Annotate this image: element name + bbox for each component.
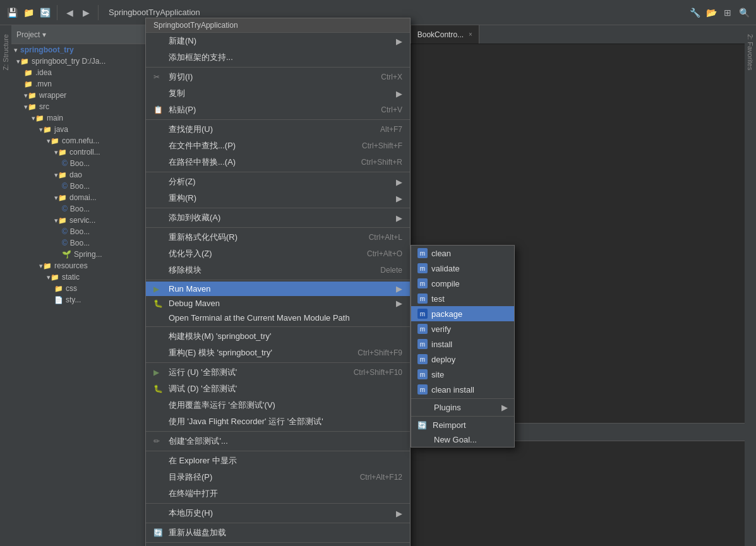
- tree-sty[interactable]: 📄 sty...: [11, 294, 156, 306]
- maven-item-reimport[interactable]: 🔄 Reimport: [411, 418, 514, 432]
- tree-mvn[interactable]: 📁 .mvn: [11, 78, 156, 90]
- tree-book2-label: Boo...: [70, 182, 90, 191]
- tab-bookcontroller[interactable]: BookContro... ×: [411, 25, 479, 44]
- structure-label[interactable]: Z: Structure: [2, 34, 9, 70]
- tree-book3[interactable]: © Boo...: [11, 203, 156, 215]
- run-tests-icon: ▶: [153, 368, 165, 377]
- maven-item-clean-install[interactable]: m clean install: [411, 382, 514, 397]
- maven-item-site[interactable]: m site: [411, 367, 514, 382]
- menu-item-coverage-tests[interactable]: 使用覆盖率运行 '全部测试'(V): [146, 397, 410, 413]
- maven-item-install[interactable]: m install: [411, 336, 514, 352]
- app-title: SpringbootTryApplication: [109, 8, 200, 17]
- menu-item-findusage[interactable]: 查找使用(U) Alt+F7: [146, 121, 410, 138]
- menu-item-optimizeimport[interactable]: 优化导入(Z) Ctrl+Alt+O: [146, 246, 410, 262]
- maven-package-label: package: [431, 309, 462, 319]
- menu-item-run-maven[interactable]: ▶ Run Maven ▶: [146, 282, 410, 296]
- z-structure-strip[interactable]: Z: Structure: [0, 25, 11, 546]
- menu-item-analyze[interactable]: 分析(Z) ▶: [146, 174, 410, 190]
- maven-item-clean[interactable]: m clean: [411, 246, 514, 261]
- maven-item-compile[interactable]: m compile: [411, 276, 514, 291]
- project-header[interactable]: Project ▾: [11, 25, 156, 44]
- tree-root[interactable]: ▾ springboot_try: [11, 44, 156, 56]
- run-maven-icon: ▶: [153, 285, 165, 294]
- menu-item-addfavorite[interactable]: 添加到收藏(A) ▶: [146, 210, 410, 226]
- menu-item-cut[interactable]: ✂ 剪切(I) Ctrl+X: [146, 69, 410, 85]
- search-icon[interactable]: 🔍: [737, 6, 751, 20]
- menu-item-paste[interactable]: 📋 粘贴(P) Ctrl+V: [146, 102, 410, 118]
- menu-item-addframework[interactable]: 添加框架的支持...: [146, 49, 410, 66]
- tree-domain[interactable]: ▾📁 domai...: [11, 192, 156, 203]
- menu-item-removemodule[interactable]: 移除模块 Delete: [146, 262, 410, 278]
- maven-item-test[interactable]: m test: [411, 291, 514, 306]
- tree-controller[interactable]: ▾📁 controll...: [11, 146, 156, 158]
- run-maven-arrow-icon: ▶: [396, 284, 402, 294]
- maven-item-verify[interactable]: m verify: [411, 321, 514, 336]
- tree-css[interactable]: 📁 css: [11, 283, 156, 294]
- maven-install-label: install: [431, 340, 452, 349]
- menu-item-dirpath[interactable]: 目录路径(P) Ctrl+Alt+F12: [146, 469, 410, 485]
- menu-sep-13: [146, 542, 410, 543]
- tree-wrapper[interactable]: ▾📁 wrapper: [11, 90, 156, 101]
- tab-bookcontroller-close[interactable]: ×: [469, 31, 472, 38]
- tree-src[interactable]: ▾📁 src: [11, 101, 156, 112]
- folder2-icon[interactable]: 📂: [704, 6, 718, 20]
- favorites-label[interactable]: 2: Favorites: [747, 34, 754, 70]
- debug-maven-icon: 🐛: [153, 299, 165, 308]
- tree-book1[interactable]: © Boo...: [11, 158, 156, 169]
- menu-item-run-tests[interactable]: ▶ 运行 (U) '全部测试' Ctrl+Shift+F10: [146, 364, 410, 381]
- menu-item-open-terminal-maven[interactable]: Open Terminal at the Current Maven Modul…: [146, 311, 410, 325]
- menu-item-replaceinpath[interactable]: 在路径中替换...(A) Ctrl+Shift+R: [146, 154, 410, 170]
- maven-install-icon: m: [417, 339, 428, 349]
- maven-test-icon: m: [417, 294, 428, 304]
- menu-item-jfr-tests[interactable]: 使用 'Java Flight Recorder' 运行 '全部测试': [146, 413, 410, 430]
- tree-java[interactable]: ▾📁 java: [11, 124, 156, 135]
- menu-item-copy[interactable]: 复制 ▶: [146, 85, 410, 102]
- menu-item-create-tests[interactable]: ✏ 创建'全部测试'...: [146, 433, 410, 449]
- maven-item-newgoal[interactable]: New Goal...: [411, 432, 514, 447]
- tree-service[interactable]: ▾📁 servic...: [11, 215, 156, 226]
- tree-book5[interactable]: © Boo...: [11, 237, 156, 249]
- maven-item-plugins[interactable]: Plugins ▶: [411, 400, 514, 415]
- menu-item-rebuild-module[interactable]: 重构(E) 模块 'springboot_try' Ctrl+Shift+F9: [146, 345, 410, 361]
- menu-item-debug-tests[interactable]: 🐛 调试 (D) '全部测试': [146, 381, 410, 397]
- menu-sep-4: [146, 208, 410, 208]
- forward-icon[interactable]: ▶: [79, 6, 93, 20]
- menu-item-reformat[interactable]: 重新格式化代码(R) Ctrl+Alt+L: [146, 229, 410, 246]
- maven-item-deploy[interactable]: m deploy: [411, 352, 514, 367]
- tree-wrapper-label: wrapper: [39, 91, 66, 100]
- menu-item-refactor[interactable]: 重构(R) ▶: [146, 190, 410, 206]
- save-icon[interactable]: 💾: [5, 6, 19, 20]
- tree-main[interactable]: ▾📁 main: [11, 112, 156, 124]
- reload-icon: 🔄: [153, 528, 165, 537]
- tree-static-label: static: [62, 273, 80, 282]
- project-name: springboot_try: [20, 45, 74, 54]
- tree-spring[interactable]: 🌱 Spring...: [11, 249, 156, 260]
- maven-item-validate[interactable]: m validate: [411, 261, 514, 276]
- favorites-strip[interactable]: 2: Favorites: [745, 25, 756, 546]
- tree-springboot[interactable]: ▾📁 springboot_try D:/Ja...: [11, 56, 156, 67]
- tree-css-label: css: [66, 284, 77, 293]
- menu-item-reload[interactable]: 🔄 重新从磁盘加载: [146, 525, 410, 541]
- menu-item-open-terminal[interactable]: 在终端中打开: [146, 485, 410, 502]
- tree-com[interactable]: ▾📁 com.nefu...: [11, 135, 156, 146]
- menu-item-show-explorer[interactable]: 在 Explorer 中显示: [146, 453, 410, 469]
- menu-item-local-history[interactable]: 本地历史(H) ▶: [146, 505, 410, 521]
- menu-item-findinfiles[interactable]: 在文件中查找...(P) Ctrl+Shift+F: [146, 138, 410, 154]
- open-icon[interactable]: 📁: [21, 6, 35, 20]
- sync-icon[interactable]: 🔄: [38, 6, 52, 20]
- menu-item-new[interactable]: 新建(N) ▶: [146, 33, 410, 49]
- tree-static[interactable]: ▾📁 static: [11, 271, 156, 283]
- arrow-icon: ▶: [396, 37, 402, 46]
- tree-book5-label: Boo...: [70, 239, 90, 247]
- tree-book2[interactable]: © Boo...: [11, 181, 156, 192]
- back-icon[interactable]: ◀: [63, 6, 76, 20]
- tree-dao[interactable]: ▾📁 dao: [11, 169, 156, 181]
- tree-idea[interactable]: 📁 .idea: [11, 67, 156, 78]
- wrench-icon[interactable]: 🔧: [688, 6, 702, 20]
- menu-item-debug-maven[interactable]: 🐛 Debug Maven ▶: [146, 296, 410, 311]
- tree-book4[interactable]: © Boo...: [11, 226, 156, 237]
- menu-item-build-module[interactable]: 构建模块(M) 'springboot_try': [146, 328, 410, 345]
- tree-resources[interactable]: ▾📁 resources: [11, 260, 156, 271]
- maven-item-package[interactable]: m package: [411, 306, 514, 321]
- grid-icon[interactable]: ⊞: [721, 6, 735, 20]
